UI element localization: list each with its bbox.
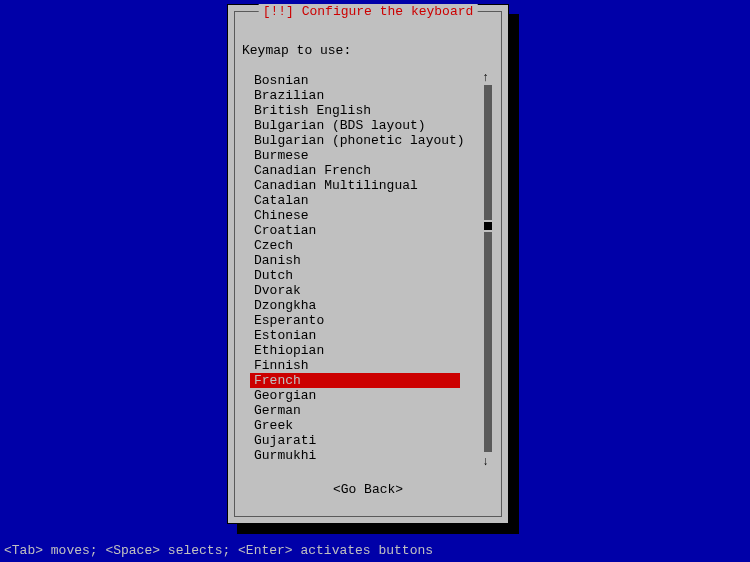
list-item[interactable]: Canadian French <box>250 163 480 178</box>
scroll-track[interactable] <box>484 85 492 220</box>
list-item[interactable]: Canadian Multilingual <box>250 178 480 193</box>
list-item[interactable]: Esperanto <box>250 313 480 328</box>
list-item[interactable]: Chinese <box>250 208 480 223</box>
list-item[interactable]: Gurmukhi <box>250 448 480 463</box>
list-item[interactable]: Croatian <box>250 223 480 238</box>
list-item[interactable]: Greek <box>250 418 480 433</box>
list-item[interactable]: Gujarati <box>250 433 480 448</box>
list-item[interactable]: Ethiopian <box>250 343 480 358</box>
list-item[interactable]: Bulgarian (BDS layout) <box>250 118 480 133</box>
list-item[interactable]: Catalan <box>250 193 480 208</box>
dialog: [!!] Configure the keyboard Keymap to us… <box>227 4 509 524</box>
prompt-label: Keymap to use: <box>242 43 351 58</box>
list-item[interactable]: French <box>250 373 460 388</box>
status-bar: <Tab> moves; <Space> selects; <Enter> ac… <box>4 543 433 558</box>
scroll-track[interactable] <box>484 232 492 452</box>
scroll-thumb[interactable] <box>484 222 492 230</box>
list-item[interactable]: Brazilian <box>250 88 480 103</box>
list-item[interactable]: Bulgarian (phonetic layout) <box>250 133 480 148</box>
list-item[interactable]: Burmese <box>250 148 480 163</box>
list-item[interactable]: Estonian <box>250 328 480 343</box>
list-item[interactable]: Dvorak <box>250 283 480 298</box>
list-item[interactable]: Bosnian <box>250 73 480 88</box>
scroll-up-icon[interactable]: ↑ <box>482 71 489 85</box>
dialog-title: [!!] Configure the keyboard <box>259 4 478 19</box>
list-item[interactable]: British English <box>250 103 480 118</box>
list-item[interactable]: Dzongkha <box>250 298 480 313</box>
list-item[interactable]: Georgian <box>250 388 480 403</box>
list-item[interactable]: Danish <box>250 253 480 268</box>
list-item[interactable]: Czech <box>250 238 480 253</box>
scroll-down-icon[interactable]: ↓ <box>482 455 489 469</box>
scrollbar[interactable]: ↑ ↓ <box>484 75 492 465</box>
keymap-list[interactable]: BosnianBrazilianBritish EnglishBulgarian… <box>250 73 480 463</box>
list-item[interactable]: German <box>250 403 480 418</box>
list-item[interactable]: Finnish <box>250 358 480 373</box>
go-back-button[interactable]: <Go Back> <box>333 482 403 497</box>
list-item[interactable]: Dutch <box>250 268 480 283</box>
